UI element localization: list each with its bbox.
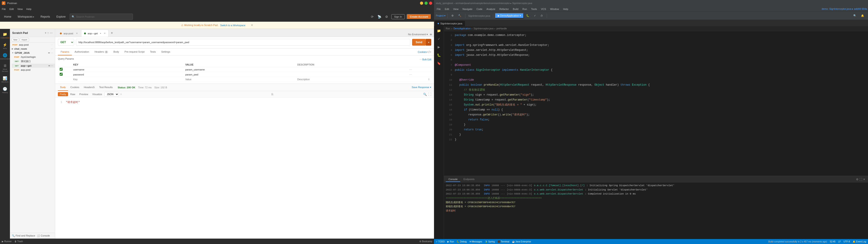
item-edit-icon[interactable]: ✏ (49, 65, 50, 67)
save-response-button[interactable]: Save Response ▾ (412, 86, 431, 89)
menu-file[interactable]: File (2, 8, 6, 10)
format-select[interactable]: JSON XML HTML (104, 92, 119, 96)
commit-tool-btn[interactable]: ✓ (435, 35, 442, 42)
value-cell-new[interactable] (184, 77, 296, 82)
desc-cell[interactable] (296, 67, 408, 72)
menu-edit[interactable]: Edit (443, 7, 451, 11)
eye-icon[interactable]: 👁 (430, 33, 432, 36)
menu-view[interactable]: View (452, 7, 460, 11)
run-tool-btn[interactable]: ▶ (435, 43, 442, 51)
profile-btn[interactable]: ⏱ (538, 13, 545, 18)
todo-btn[interactable]: ✓ TODO (436, 240, 445, 243)
code-editor-area[interactable]: 1 package com.example.demo.common.interc… (444, 31, 868, 176)
line-ending-indicator[interactable]: LF (838, 240, 841, 243)
sidebar-item-environments[interactable]: 🌐 Environments (1, 52, 9, 61)
sidebar-item-mock-servers[interactable]: 🖥 Mock Servers (1, 62, 9, 74)
project-tool-btn[interactable]: 📁 (435, 27, 442, 34)
new-collection-button[interactable]: + (45, 31, 46, 35)
event-log-btn[interactable]: 🔔 Event Log (852, 240, 866, 243)
group-options[interactable]: ⋯ (51, 48, 53, 50)
value-cell2[interactable]: param_pwd (184, 72, 296, 77)
code-icon[interactable]: </> (427, 50, 431, 54)
new-value-input[interactable] (185, 78, 294, 81)
tab-aop-get[interactable]: aop—get ● ✕ (81, 30, 109, 37)
group-more-icon[interactable]: ⋯ (51, 52, 53, 54)
key-cell-new[interactable] (71, 77, 184, 82)
add-tab-button[interactable]: + (109, 31, 115, 35)
panel-close-icon[interactable]: ✕ (863, 178, 865, 181)
word-wrap-icon[interactable]: ≡ (120, 93, 122, 96)
resp-format-visualize[interactable]: Visualize (90, 92, 104, 96)
resp-format-preview[interactable]: Preview (78, 92, 90, 96)
resp-format-pretty[interactable]: Pretty (58, 92, 68, 96)
breadcrumb-method[interactable]: preHandle (496, 27, 507, 30)
nav-reports[interactable]: Reports (39, 14, 51, 19)
item-aop-get[interactable]: GET aop—get ✏ ⋯ (12, 64, 55, 68)
banner-close[interactable]: ✕ (251, 24, 253, 27)
tab-close-icon[interactable]: ✕ (76, 32, 78, 35)
req-tab-params[interactable]: Params (58, 49, 72, 55)
nav-home[interactable]: Home (3, 14, 13, 19)
nav-workspaces[interactable]: Workspaces (16, 14, 35, 19)
menu-edit[interactable]: Edit (9, 8, 14, 10)
menu-help[interactable]: Help (561, 7, 570, 11)
desc-cell-new[interactable] (296, 77, 408, 82)
run-button[interactable]: ▶ DemoApplication ▾ (495, 13, 524, 18)
build-btn[interactable]: 🔨 (456, 13, 463, 18)
bookmark-tool-btn[interactable]: 🔖 (435, 60, 442, 67)
debug-tool-btn[interactable]: 🐛 (435, 52, 442, 59)
maximize-btn[interactable] (425, 2, 428, 5)
switch-workspace-link[interactable]: Switch to a Workspace (220, 24, 246, 27)
req-tab-settings[interactable]: Settings (158, 49, 173, 55)
project-label[interactable]: Project ▾ (436, 14, 445, 17)
notifications-btn[interactable]: 🔔 (859, 13, 866, 18)
menu-code[interactable]: Code (475, 7, 484, 11)
item-more-icon[interactable]: ⋯ (51, 65, 53, 67)
resp-tab-headers[interactable]: Headers5 (82, 84, 97, 91)
breadcrumb-file[interactable]: SignInterceptor.java (473, 27, 493, 30)
send-button[interactable]: Send (412, 39, 426, 45)
terminal-btn[interactable]: ⬛ Terminal (498, 240, 509, 243)
item-test-interface[interactable]: GET 测试接口 (12, 59, 55, 64)
import-btn[interactable]: Import (20, 38, 29, 41)
info-icon[interactable]: ℹ (428, 78, 430, 81)
cookies-link[interactable]: Cookies (418, 51, 427, 53)
minimize-btn[interactable] (420, 2, 423, 5)
debug-status-btn[interactable]: 🐛 Debug (457, 240, 467, 243)
collection-item-aop-post[interactable]: POST aop-post ⋯ (10, 43, 55, 47)
row-delete-icon2[interactable]: ⋯ (409, 73, 412, 76)
encoding-indicator[interactable]: UTF-8 (844, 240, 850, 243)
row-action-cell2[interactable]: ⋯ (408, 72, 421, 77)
breadcrumb-app[interactable]: DemoApplication (454, 27, 471, 30)
nav-explore[interactable]: Explore (55, 14, 67, 19)
url-input[interactable] (76, 39, 410, 45)
menu-build[interactable]: Build (511, 7, 520, 11)
new-button[interactable]: New (12, 38, 19, 41)
bottom-tab-console[interactable]: Console (446, 177, 460, 182)
req-tab-prerequest[interactable]: Pre-request Script (122, 49, 147, 55)
sign-in-button[interactable]: Sign In (391, 14, 405, 19)
import-button[interactable]: ↑ (48, 31, 49, 35)
item-sysuserlogin[interactable]: POST /sysUserlogin (12, 55, 55, 59)
menu-help[interactable]: Help (26, 8, 31, 10)
value-cell[interactable]: param_username (184, 67, 296, 72)
menu-navigate[interactable]: Navigate (461, 7, 474, 11)
sync-icon[interactable]: ⟳ (370, 14, 375, 20)
tab-close-get-icon[interactable]: ✕ (104, 32, 105, 35)
new-key-input[interactable] (73, 78, 182, 81)
debug-btn[interactable]: 🐛 (524, 13, 531, 18)
key-cell[interactable]: username (71, 67, 184, 72)
menu-tools[interactable]: Tools (529, 7, 539, 11)
bulk-edit-btn[interactable]: ⋯ Bulk Edit (420, 58, 431, 61)
method-select[interactable]: GET POST PUT DELETE (58, 39, 74, 45)
ide-tab-signinterceptor[interactable]: SignInterceptor.java (435, 21, 465, 26)
panel-settings-icon[interactable]: ⚙ (856, 178, 859, 181)
req-tab-authorization[interactable]: Authorization (72, 49, 92, 55)
runner-btn[interactable]: ▶ Runner (2, 240, 12, 243)
close-btn[interactable] (429, 2, 432, 5)
new-desc-input[interactable] (297, 78, 406, 81)
item-options[interactable]: ⋯ (51, 43, 53, 46)
bottom-tab-endpoints[interactable]: Endpoints (461, 177, 477, 182)
row-action-cell[interactable]: ⋯ (408, 67, 421, 72)
group-gpsm-java[interactable]: ▼ GPSM_JAVA ✏ ⋯ (10, 51, 55, 55)
